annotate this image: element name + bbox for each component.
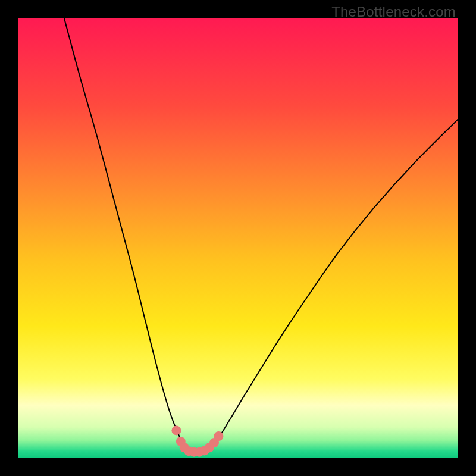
highlight-dot [171,425,181,435]
highlight-dot [214,431,223,441]
chart-svg [18,18,458,458]
chart-container: TheBottleneck.com [0,0,476,476]
plot-area [18,18,458,458]
gradient-background [18,18,458,458]
